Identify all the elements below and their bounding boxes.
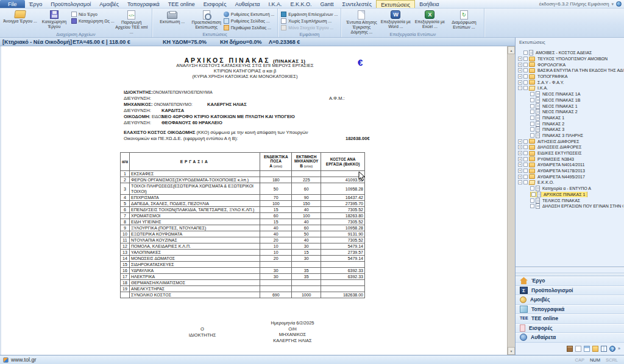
menu-tab[interactable]: Συντελεστές xyxy=(338,0,377,8)
expand-icon[interactable]: + xyxy=(518,68,522,72)
checkbox[interactable] xyxy=(530,104,534,108)
expand-icon[interactable]: + xyxy=(518,157,522,161)
tree-item[interactable]: −Ι.Κ.Α. xyxy=(517,85,623,91)
ribbon-button[interactable]: Ρυθμίσεις Σελίδας ... xyxy=(224,18,275,24)
tree-item[interactable]: ΑΡΧΙΚΟΣ ΠΙΝΑΚΑΣ 1 xyxy=(517,192,623,198)
tree-item[interactable]: +ΒΑΣΙΚΑ ΕΝΤΥΠΑ ΓΙΑ ΤΗΝ ΕΚΔΟΣΗ ΤΗΣ ΑΔΕΙΑΣ xyxy=(517,68,623,74)
checkbox[interactable] xyxy=(530,110,534,114)
ribbon-button[interactable]: Εκτύπωση ... xyxy=(155,10,190,24)
checkbox[interactable] xyxy=(523,86,528,90)
tree-item[interactable]: ΝΕΟΣ ΠΙΝΑΚΑΣ 2 xyxy=(517,109,623,115)
checkbox[interactable] xyxy=(530,127,534,131)
ribbon-button[interactable]: Εμφάνιση Επιλεγμένων ... xyxy=(281,12,338,17)
nav-item[interactable]: Εισφορές xyxy=(516,324,624,334)
tree-item[interactable]: ΠΙΝΑΚΑΣ 2 xyxy=(517,121,623,127)
expand-icon[interactable]: + xyxy=(518,74,522,79)
checkbox[interactable] xyxy=(530,98,534,102)
checkbox[interactable] xyxy=(523,157,528,161)
ribbon-button[interactable]: Νέο Έργο xyxy=(71,12,115,17)
expand-icon[interactable]: + xyxy=(518,80,522,85)
checkbox[interactable] xyxy=(523,63,528,67)
ribbon-button[interactable]: Καταχώρηση Έργου xyxy=(37,10,71,29)
menu-tab[interactable]: Έργο xyxy=(25,0,47,8)
tree-item[interactable]: ΠΙΝΑΚΑΣ 3 xyxy=(517,127,623,133)
tree-item[interactable]: +ΑΥΘΑΙΡΕΤΑ Ν4495/2017 xyxy=(517,173,623,180)
chevron-down-icon[interactable]: ▾ xyxy=(611,2,614,7)
tree-item[interactable]: ΝΕΟΣ ΠΙΝΑΚΑΣ 1 xyxy=(517,103,623,109)
checkbox[interactable] xyxy=(523,169,528,173)
tree-item[interactable]: −Ε.Κ.Κ.Ο. xyxy=(517,180,623,186)
expand-icon[interactable]: + xyxy=(518,151,522,155)
menu-tab[interactable]: Τοπογραφικά xyxy=(123,0,164,8)
tree-item[interactable]: +Σ.Α.Υ - Φ.Α.Υ. xyxy=(517,79,623,85)
tree-item[interactable]: +ΤΟΠΟΓΡΑΦΙΚΑ xyxy=(517,74,623,80)
tree-item[interactable]: ΝΕΟΣ ΠΙΝΑΚΑΣ 1Α xyxy=(517,91,623,97)
tree-item[interactable]: +ΔΗΛΩΣΕΙΣ ΔΙΑΦΟΡΕΣ xyxy=(517,144,623,150)
ribbon-button[interactable]: Περιθώρια Σελίδας ... xyxy=(224,25,275,30)
checkbox[interactable] xyxy=(530,186,534,191)
expand-icon[interactable]: + xyxy=(518,169,522,173)
checkbox[interactable] xyxy=(530,133,534,138)
tree-item[interactable]: ΤΕΛΙΚΟΣ ΠΙΝΑΚΑΣ xyxy=(517,197,623,203)
checkbox[interactable] xyxy=(531,192,536,197)
menu-tab[interactable]: Αυθαίρετα xyxy=(231,0,264,8)
checkbox[interactable] xyxy=(523,175,528,179)
menu-tab[interactable]: Προϋπολογισμοί xyxy=(46,0,95,8)
help-icon[interactable] xyxy=(616,1,622,7)
tree-item[interactable]: +ΕΙΔΙΚΕΣ ΕΚΤΥΠΩΣΕΙΣ xyxy=(517,150,623,156)
menu-tab[interactable]: Ε.Κ.Κ.Ο. xyxy=(286,0,316,8)
checkbox[interactable] xyxy=(530,204,534,208)
expand-icon[interactable]: + xyxy=(518,139,522,144)
collapse-icon[interactable]: − xyxy=(518,86,522,90)
tree-item[interactable]: +ΑΥΘΑΙΡΕΤΑ Ν4014/2011 xyxy=(517,162,623,168)
checkbox[interactable] xyxy=(530,198,534,203)
checkbox[interactable] xyxy=(523,80,528,85)
scroll-down-icon[interactable]: ▼ xyxy=(508,347,515,355)
checkbox[interactable] xyxy=(530,116,534,120)
tree-item[interactable]: ΔΗΛΩΣΗ ΕΡΓΑΣΙΩΝ ΠΟΥ ΕΓΙΝΑΝ ΣΤΗΝ ΟΙΚΟΔ xyxy=(517,203,623,209)
ribbon-button[interactable]: Επεξεργασία με Word ... xyxy=(378,10,413,29)
ribbon-button[interactable]: Χωρίς Συμπλήρωση ... xyxy=(281,18,338,24)
ribbon-button[interactable]: Καταχώρηση Ως ... xyxy=(71,18,115,24)
checkbox[interactable] xyxy=(523,163,528,167)
bank-icon[interactable] xyxy=(567,346,573,352)
checkbox[interactable] xyxy=(523,51,528,55)
checkbox[interactable] xyxy=(523,74,528,79)
more-icon[interactable]: » xyxy=(618,346,620,352)
tree-item[interactable]: +ΤΕΥΧΟΣ ΥΠΟΛΟΓΙΣΜΟΥ ΑΜΟΙΒΩΝ xyxy=(517,56,623,62)
checkbox[interactable] xyxy=(530,92,534,96)
checkbox[interactable] xyxy=(523,180,528,184)
expand-icon[interactable]: + xyxy=(518,63,522,67)
tree-item[interactable]: ΠΙΝΑΚΑΣ 1 xyxy=(517,115,623,121)
checkbox[interactable] xyxy=(523,68,528,72)
ribbon-button[interactable]: Έντυπα Αίτησης Έγκρισης Δόμησης ... xyxy=(344,10,378,35)
website-link[interactable]: www.tol.gr xyxy=(11,357,37,363)
ribbon-button[interactable]: Διαμόρφωση Εντύπων ... xyxy=(447,10,481,30)
folder-icon[interactable] xyxy=(592,346,598,352)
menu-tab[interactable]: Gantt xyxy=(316,0,338,8)
tree-item[interactable]: +ΑΥΘΑΙΡΕΤΑ Ν4178/2013 xyxy=(517,168,623,174)
menu-tab[interactable]: Εισφορές xyxy=(199,0,231,8)
menu-tab[interactable]: Ι.Κ.Α. xyxy=(264,0,286,8)
expand-icon[interactable]: + xyxy=(518,163,522,167)
tree-item[interactable]: Κατηγορία α - ΕΝΤΥΠΟ Α xyxy=(517,186,623,192)
nav-item[interactable]: Προϋπολογισμοί xyxy=(516,286,624,296)
ribbon-button[interactable]: Άνοιγμα Έργου ... xyxy=(3,10,37,24)
menu-tab[interactable]: Αμοιβές xyxy=(95,0,123,8)
expand-icon[interactable]: + xyxy=(518,57,522,61)
tree-item[interactable]: +ΦΟΡΟΛΟΓΙΚΑ xyxy=(517,61,623,68)
tree-item[interactable]: ΠΙΝΑΚΑΣ 3 ΠΛΗΡΗΣ xyxy=(517,133,623,139)
doc-icon[interactable] xyxy=(575,346,581,352)
scroll-up-icon[interactable]: ▲ xyxy=(508,46,515,54)
checkbox[interactable] xyxy=(523,151,528,155)
help-icon[interactable] xyxy=(609,346,615,352)
nav-item[interactable]: Αμοιβές xyxy=(516,295,624,305)
tree-item[interactable]: +ΡΥΘΜΙΣΕΙΣ Ν3843 xyxy=(517,156,623,162)
nav-item[interactable]: ΤΕΕ online xyxy=(516,314,624,324)
tree-item[interactable]: ΝΕΟΣ ΠΙΝΑΚΑΣ 1Β xyxy=(517,97,623,103)
columns-icon[interactable] xyxy=(601,346,607,352)
expand-icon[interactable]: + xyxy=(518,145,522,149)
menu-tab[interactable]: File xyxy=(0,0,25,8)
nav-item[interactable]: Αυθαίρετα xyxy=(516,333,624,343)
menu-tab[interactable]: ΤΕΕ online xyxy=(164,0,199,8)
